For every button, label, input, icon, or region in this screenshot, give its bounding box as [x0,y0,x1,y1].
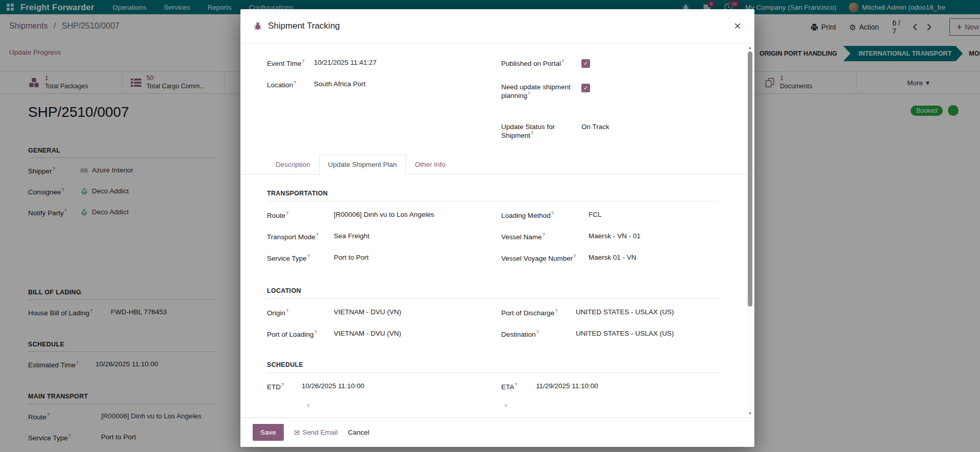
published-checkbox[interactable]: ✓ [581,59,590,68]
dialog-header: Shipment Tracking × [240,9,754,43]
field-location: Location? South Africa Port [267,80,501,91]
transportation-section-title: TRANSPORTATION [267,190,719,202]
field-need-update: Need update shipment planning? ✓ [501,83,719,99]
need-update-label: Need update shipment planning? [501,83,581,99]
bug-icon [254,22,262,31]
loading-method-label: Loading Method? [501,211,589,219]
etd-value[interactable]: 10/26/2025 11:10:00 [302,382,364,390]
event-time-value[interactable]: 10/21/2025 11:41:27 [314,59,377,66]
destination-value[interactable]: UNITED STATES - USLAX (US) [576,330,674,337]
field-route: Route? [R00006] Dinh vu to Los Angeles [267,211,501,222]
field-service-type: Service Type? Port to Port [267,254,501,265]
origin-label: Origin? [267,308,334,317]
port-of-loading-label: Port of Loading? [267,330,334,338]
clipped-next-row: ? ? [267,404,719,407]
dialog-footer: Save ✉ Send Email Cancel [240,417,754,447]
vessel-name-label: Vessel Name? [501,232,589,241]
scrollbar-thumb[interactable] [748,52,752,307]
port-of-discharge-value[interactable]: UNITED STATES - USLAX (US) [576,308,674,316]
port-of-loading-value[interactable]: VIETNAM - DVU (VN) [334,330,401,337]
field-published-on-portal: Published on Portal? ✓ [501,59,719,70]
event-time-label: Event Time? [267,59,314,67]
location-section-title: LOCATION [267,287,719,299]
field-origin: Origin? VIETNAM - DVU (VN) [267,308,501,319]
field-port-of-loading: Port of Loading? VIETNAM - DVU (VN) [267,330,501,341]
field-vessel-name: Vessel Name? Maersk - VN - 01 [501,232,719,243]
service-type-label: Service Type? [267,254,334,262]
dialog-title: Shipment Tracking [268,21,340,31]
field-event-time: Event Time? 10/21/2025 11:41:27 [267,59,501,70]
field-vessel-voyage: Vessel Voyage Number? Maersk 01 - VN [501,254,719,265]
eta-value[interactable]: 11/29/2025 11:10:00 [536,382,598,390]
scroll-down-icon[interactable]: ▼ [747,410,753,416]
vessel-voyage-label: Vessel Voyage Number? [501,254,589,262]
cancel-button[interactable]: Cancel [348,429,370,436]
transport-mode-value[interactable]: Sea Freight [334,232,370,240]
send-email-button[interactable]: ✉ Send Email [294,429,338,437]
location-value[interactable]: South Africa Port [314,80,365,88]
tracking-top-fields: Event Time? 10/21/2025 11:41:27 Location… [267,59,719,152]
tab-description[interactable]: Description [267,155,319,174]
route-label: Route? [267,211,334,219]
field-destination: Destination? UNITED STATES - USLAX (US) [501,330,719,341]
app-screen: Freight Forwarder Operations Services Re… [0,0,980,452]
schedule-section-title: SCHEDULE [267,361,719,373]
service-type-value[interactable]: Port to Port [334,254,369,261]
check-icon: ✓ [583,60,588,67]
need-update-checkbox[interactable]: ✓ [581,84,590,92]
tab-other-info[interactable]: Other Info [406,155,454,174]
save-button[interactable]: Save [253,424,284,441]
eta-label: ETA? [501,382,536,391]
published-on-portal-label: Published on Portal? [501,59,581,67]
origin-value[interactable]: VIETNAM - DVU (VN) [334,308,401,316]
notebook-tabs: Description Update Shipment Plan Other I… [240,152,754,174]
field-transport-mode: Transport Mode? Sea Freight [267,232,501,243]
close-icon[interactable]: × [734,20,741,32]
field-loading-method: Loading Method? FCL [501,211,719,222]
update-status-label: Update Status for Shipment? [501,123,581,139]
dialog-body: Event Time? 10/21/2025 11:41:27 Location… [240,43,754,417]
field-update-status: Update Status for Shipment? On Track [501,123,719,139]
scroll-up-icon[interactable]: ▲ [747,44,753,51]
field-port-of-discharge: Port of Discharge? UNITED STATES - USLAX… [501,308,719,319]
port-of-discharge-label: Port of Discharge? [501,308,576,317]
transport-mode-label: Transport Mode? [267,232,334,241]
destination-label: Destination? [501,330,576,338]
location-label: Location? [267,80,314,89]
tab-update-shipment-plan[interactable]: Update Shipment Plan [319,155,406,174]
vessel-name-value[interactable]: Maersk - VN - 01 [589,232,641,240]
modal-scrollbar[interactable]: ▲ ▼ [747,44,753,416]
vessel-voyage-value[interactable]: Maersk 01 - VN [589,254,636,261]
shipment-tracking-dialog: Shipment Tracking × Event Time? 10/21/20… [240,9,754,447]
field-eta: ETA? 11/29/2025 11:10:00 [501,382,719,393]
field-etd: ETD? 10/26/2025 11:10:00 [267,382,501,393]
loading-method-value[interactable]: FCL [589,211,602,218]
send-email-label: Send Email [303,429,338,436]
envelope-icon: ✉ [294,429,300,437]
route-value[interactable]: [R00006] Dinh vu to Los Angeles [334,211,434,218]
etd-label: ETD? [267,382,302,391]
check-icon: ✓ [583,85,588,91]
update-status-value[interactable]: On Track [581,123,609,131]
